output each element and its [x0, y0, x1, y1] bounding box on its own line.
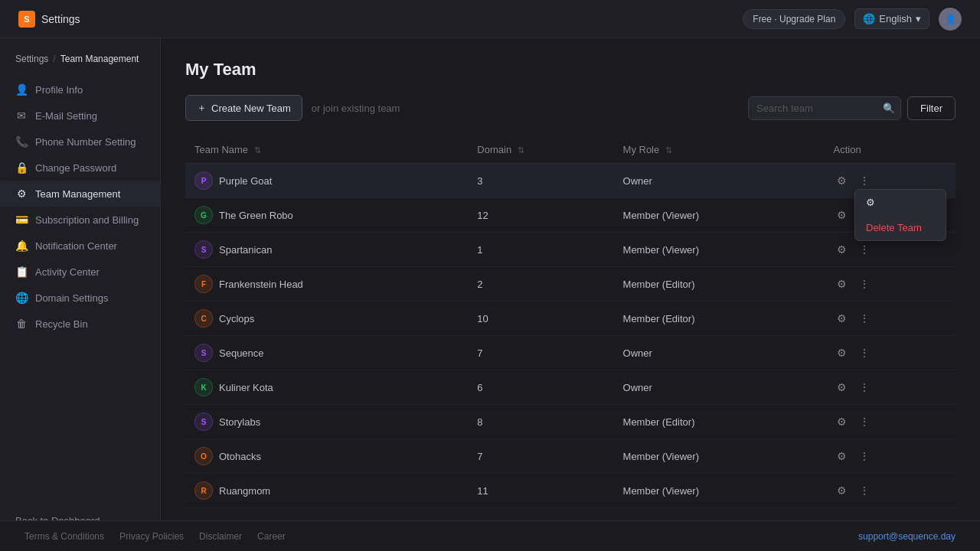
team-name: Kuliner Kota [219, 382, 273, 393]
footer-email[interactable]: support@sequence.day [858, 531, 956, 542]
create-team-button[interactable]: ＋ Create New Team [185, 95, 302, 121]
upgrade-button[interactable]: Free · Upgrade Plan [743, 9, 845, 29]
table-row: C Cyclops 10Member (Editor) ⚙ ⋮ [185, 302, 956, 336]
footer: Terms & Conditions Privacy Policies Disc… [0, 520, 980, 551]
team-avatar: F [194, 275, 213, 293]
settings-action-button[interactable]: ⚙ [833, 276, 851, 292]
sidebar-item-domain[interactable]: 🌐 Domain Settings [0, 285, 160, 311]
sidebar-label: Change Password [35, 162, 116, 174]
team-avatar: P [194, 171, 213, 190]
team-name: Otohacks [219, 451, 261, 462]
sidebar-label: Subscription and Billing [35, 214, 139, 226]
sidebar-item-change-password[interactable]: 🔒 Change Password [0, 155, 160, 181]
team-name-cell: S Spartanican [185, 233, 468, 267]
team-name: The Green Robo [219, 210, 293, 221]
settings-action-button[interactable]: ⚙ [833, 482, 851, 499]
col-team-name: Team Name ⇅ [185, 136, 468, 164]
role-cell: Member (Editor) [614, 405, 825, 439]
sidebar-item-profile-info[interactable]: 👤 Profile Info [0, 77, 160, 103]
language-label: English [879, 13, 912, 24]
chevron-down-icon: ▾ [916, 13, 921, 24]
sidebar-label: Activity Center [35, 266, 100, 278]
dropdown-delete-team[interactable]: Delete Team [855, 215, 946, 240]
action-buttons: ⚙ ⋮ [833, 482, 946, 499]
more-action-button[interactable]: ⋮ [855, 172, 874, 189]
action-cell: ⚙ ⋮ [824, 336, 956, 370]
person-icon: 👤 [15, 83, 28, 96]
settings-action-button[interactable]: ⚙ [833, 344, 851, 361]
domain-cell: 7 [468, 439, 613, 474]
breadcrumb-current: Team Management [60, 54, 139, 64]
action-buttons: ⚙ ⋮ [833, 276, 946, 292]
billing-icon: 💳 [15, 214, 28, 226]
more-action-button[interactable]: ⋮ [855, 310, 874, 327]
footer-links: Terms & Conditions Privacy Policies Disc… [24, 531, 286, 542]
settings-action-button[interactable]: ⚙ [833, 310, 851, 327]
footer-disclaimer[interactable]: Disclaimer [199, 531, 242, 542]
action-buttons: ⚙ ⋮ [833, 310, 946, 327]
search-icon: 🔍 [883, 103, 895, 114]
sidebar-label: E-Mail Setting [35, 110, 97, 122]
footer-terms[interactable]: Terms & Conditions [24, 531, 104, 542]
team-name-cell: F Frankenstein Head [185, 267, 468, 302]
avatar[interactable]: 👤 [939, 8, 962, 31]
breadcrumb-root[interactable]: Settings [15, 54, 48, 64]
filter-button[interactable]: Filter [907, 96, 956, 120]
more-action-button[interactable]: ⋮ [855, 241, 874, 258]
avatar-icon: 👤 [945, 14, 956, 24]
team-name-cell: O Otohacks [185, 439, 468, 474]
sidebar-item-notification[interactable]: 🔔 Notification Center [0, 233, 160, 259]
team-avatar: S [194, 344, 213, 362]
language-selector[interactable]: 🌐 English ▾ [854, 8, 929, 29]
action-cell: ⚙ ⋮ [824, 474, 956, 508]
action-dropdown: ⚙ Delete Team [854, 189, 946, 241]
role-cell: Owner [614, 164, 825, 198]
dropdown-settings-item[interactable]: ⚙ [855, 190, 946, 215]
search-input[interactable] [748, 96, 901, 120]
domain-icon: 🌐 [15, 292, 28, 304]
more-action-button[interactable]: ⋮ [855, 344, 874, 361]
team-actions-bar: ＋ Create New Team or join existing team … [185, 95, 956, 121]
search-container: 🔍 Filter [748, 96, 956, 120]
role-cell: Owner [614, 336, 825, 370]
trash-icon: 🗑 [15, 318, 28, 330]
action-buttons: ⚙ ⋮ [833, 413, 946, 430]
settings-action-button[interactable]: ⚙ [833, 448, 851, 465]
settings-action-button[interactable]: ⚙ [833, 172, 851, 189]
page-title: My Team [185, 60, 956, 80]
footer-privacy[interactable]: Privacy Policies [119, 531, 184, 542]
sidebar-item-subscription[interactable]: 💳 Subscription and Billing [0, 207, 160, 233]
settings-action-button[interactable]: ⚙ [833, 379, 851, 396]
settings-action-button[interactable]: ⚙ [833, 413, 851, 430]
main-layout: Settings / Team Management 👤 Profile Inf… [0, 38, 980, 551]
sidebar-item-phone-number[interactable]: 📞 Phone Number Setting [0, 129, 160, 155]
more-action-button[interactable]: ⋮ [855, 379, 874, 396]
app-title: Settings [41, 13, 80, 25]
team-avatar: R [194, 481, 213, 500]
more-action-button[interactable]: ⋮ [855, 413, 874, 430]
table-row: K Kuliner Kota 6Owner ⚙ ⋮ [185, 370, 956, 405]
sort-icon-name: ⇅ [254, 145, 261, 155]
role-cell: Member (Viewer) [614, 233, 825, 267]
domain-cell: 12 [468, 198, 613, 233]
action-buttons: ⚙ ⋮ ⚙ Delete Team [833, 172, 946, 189]
table-row: S Storylabs 8Member (Editor) ⚙ ⋮ [185, 405, 956, 439]
footer-career[interactable]: Career [257, 531, 286, 542]
settings-action-button[interactable]: ⚙ [833, 241, 851, 258]
activity-icon: 📋 [15, 266, 28, 278]
sidebar-item-recycle-bin[interactable]: 🗑 Recycle Bin [0, 311, 160, 337]
table-row: P Purple Goat 3Owner ⚙ ⋮ ⚙ Delete Team [185, 164, 956, 198]
settings-action-button[interactable]: ⚙ [833, 207, 851, 223]
domain-cell: 10 [468, 302, 613, 336]
lock-icon: 🔒 [15, 161, 28, 174]
more-action-button[interactable]: ⋮ [855, 276, 874, 292]
search-input-wrap: 🔍 [748, 96, 901, 120]
team-avatar: C [194, 309, 213, 328]
sidebar-item-team-management[interactable]: ⚙ Team Management [0, 181, 160, 207]
sidebar-item-email-setting[interactable]: ✉ E-Mail Setting [0, 103, 160, 129]
sidebar-item-activity[interactable]: 📋 Activity Center [0, 259, 160, 285]
more-action-button[interactable]: ⋮ [855, 482, 874, 499]
team-name: Frankenstein Head [219, 279, 303, 290]
team-avatar: S [194, 240, 213, 259]
more-action-button[interactable]: ⋮ [855, 448, 874, 465]
